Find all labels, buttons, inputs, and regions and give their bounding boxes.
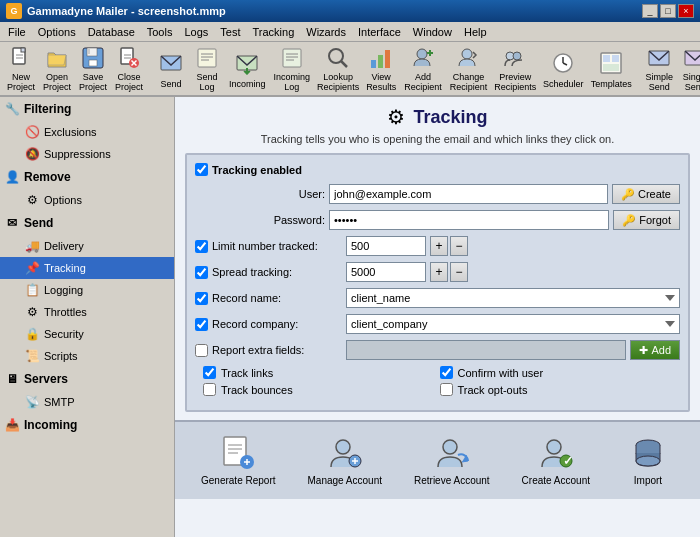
tracking-enabled-checkbox[interactable] xyxy=(195,163,208,176)
generate-report-button[interactable]: Generate Report xyxy=(192,430,285,491)
add-button[interactable]: ✚ Add xyxy=(630,340,680,360)
generate-report-label: Generate Report xyxy=(201,475,276,486)
track-links-checkbox[interactable] xyxy=(203,366,216,379)
delivery-label: Delivery xyxy=(44,240,84,252)
preview-recipients-label: Preview Recipients xyxy=(494,72,536,92)
record-name-checkbox[interactable] xyxy=(195,292,208,305)
send-section-label: Send xyxy=(24,216,53,230)
tracking-header-icon: ⚙ xyxy=(387,105,405,129)
record-company-row: Record company: client_company xyxy=(195,314,680,334)
templates-button[interactable]: Templates xyxy=(588,44,634,94)
spread-tracking-input[interactable] xyxy=(346,262,426,282)
send-button[interactable]: Send xyxy=(154,44,188,94)
tracking-label: Tracking xyxy=(44,262,86,274)
save-project-button[interactable]: Save Project xyxy=(76,44,110,94)
create-account-button[interactable]: ✓ Create Account xyxy=(513,430,599,491)
manage-account-button[interactable]: Manage Account xyxy=(299,430,392,491)
simple-send-button[interactable]: Simple Send xyxy=(642,44,676,94)
close-project-button[interactable]: Close Project xyxy=(112,44,146,94)
limit-tracked-checkbox[interactable] xyxy=(195,240,208,253)
record-company-select[interactable]: client_company xyxy=(346,314,680,334)
report-extra-row: Report extra fields: ✚ Add xyxy=(195,340,680,360)
menu-test[interactable]: Test xyxy=(214,24,246,40)
preview-recipients-button[interactable]: Preview Recipients xyxy=(492,44,538,94)
track-bounces-label: Track bounces xyxy=(221,384,293,396)
forgot-icon: 🔑 xyxy=(622,214,636,227)
throttles-icon: ⚙ xyxy=(24,304,40,320)
sidebar-item-logging[interactable]: 📋 Logging xyxy=(0,279,174,301)
close-button[interactable]: × xyxy=(678,4,694,18)
menu-logs[interactable]: Logs xyxy=(178,24,214,40)
sidebar-section-servers: 🖥 Servers xyxy=(0,367,174,391)
record-name-select[interactable]: client_name xyxy=(346,288,680,308)
svg-rect-41 xyxy=(612,55,619,62)
forgot-button[interactable]: 🔑 Forgot xyxy=(613,210,680,230)
remove-section-icon: 👤 xyxy=(4,169,20,185)
limit-tracked-label: Limit number tracked: xyxy=(212,240,342,252)
view-results-icon xyxy=(367,46,395,70)
sidebar-item-exclusions[interactable]: 🚫 Exclusions xyxy=(0,121,174,143)
confirm-user-checkbox[interactable] xyxy=(440,366,453,379)
change-recipient-label: Change Recipient xyxy=(450,72,488,92)
menu-tools[interactable]: Tools xyxy=(141,24,179,40)
menu-tracking[interactable]: Tracking xyxy=(246,24,300,40)
record-company-label: Record company: xyxy=(212,318,342,330)
menu-wizards[interactable]: Wizards xyxy=(300,24,352,40)
open-project-button[interactable]: Open Project xyxy=(40,44,74,94)
password-input[interactable] xyxy=(329,210,609,230)
record-company-checkbox[interactable] xyxy=(195,318,208,331)
track-optouts-checkbox[interactable] xyxy=(440,383,453,396)
single-send-button[interactable]: Single Send xyxy=(678,44,700,94)
sidebar-item-scripts[interactable]: 📜 Scripts xyxy=(0,345,174,367)
menu-database[interactable]: Database xyxy=(82,24,141,40)
sidebar-item-security[interactable]: 🔒 Security xyxy=(0,323,174,345)
sidebar-item-tracking[interactable]: 📌 Tracking xyxy=(0,257,174,279)
svg-rect-21 xyxy=(283,49,301,67)
sidebar-item-suppressions[interactable]: 🔕 Suppressions xyxy=(0,143,174,165)
menu-help[interactable]: Help xyxy=(458,24,493,40)
incoming-button[interactable]: Incoming xyxy=(226,44,269,94)
maximize-button[interactable]: □ xyxy=(660,4,676,18)
view-results-button[interactable]: View Results xyxy=(363,44,399,94)
add-recipient-button[interactable]: Add Recipient xyxy=(401,44,445,94)
spread-tracking-checkbox[interactable] xyxy=(195,266,208,279)
spread-minus-button[interactable]: − xyxy=(450,262,468,282)
user-input[interactable] xyxy=(329,184,608,204)
limit-minus-button[interactable]: − xyxy=(450,236,468,256)
import-button[interactable]: Import xyxy=(613,430,683,491)
menu-window[interactable]: Window xyxy=(407,24,458,40)
content-header: ⚙ Tracking xyxy=(175,97,700,133)
content-area: ⚙ Tracking Tracking tells you who is ope… xyxy=(175,97,700,537)
menu-interface[interactable]: Interface xyxy=(352,24,407,40)
svg-rect-29 xyxy=(385,50,390,68)
sidebar-item-smtp[interactable]: 📡 SMTP xyxy=(0,391,174,413)
scheduler-button[interactable]: Scheduler xyxy=(540,44,586,94)
sidebar-item-delivery[interactable]: 🚚 Delivery xyxy=(0,235,174,257)
sidebar-item-remove-options[interactable]: ⚙ Options xyxy=(0,189,174,211)
sidebar-item-throttles[interactable]: ⚙ Throttles xyxy=(0,301,174,323)
limit-plus-button[interactable]: + xyxy=(430,236,448,256)
svg-point-58 xyxy=(547,440,561,454)
track-bounces-checkbox[interactable] xyxy=(203,383,216,396)
toolbar: New Project Open Project Save Project Cl… xyxy=(0,42,700,97)
send-log-button[interactable]: Send Log xyxy=(190,44,224,94)
change-recipient-button[interactable]: Change Recipient xyxy=(447,44,491,94)
menu-file[interactable]: File xyxy=(2,24,32,40)
spread-plus-button[interactable]: + xyxy=(430,262,448,282)
limit-tracked-row: Limit number tracked: + − xyxy=(195,236,680,256)
create-button[interactable]: 🔑 Create xyxy=(612,184,680,204)
menu-options[interactable]: Options xyxy=(32,24,82,40)
report-extra-checkbox[interactable] xyxy=(195,344,208,357)
servers-section-label: Servers xyxy=(24,372,68,386)
svg-point-25 xyxy=(329,49,343,63)
limit-tracked-input[interactable] xyxy=(346,236,426,256)
extra-fields-input[interactable] xyxy=(346,340,626,360)
incoming-log-button[interactable]: Incoming Log xyxy=(271,44,314,94)
retrieve-account-button[interactable]: Retrieve Account xyxy=(405,430,499,491)
new-project-button[interactable]: New Project xyxy=(4,44,38,94)
smtp-icon: 📡 xyxy=(24,394,40,410)
minimize-button[interactable]: _ xyxy=(642,4,658,18)
incoming-label: Incoming xyxy=(229,79,266,89)
limit-plus-minus: + − xyxy=(430,236,468,256)
lookup-recipients-button[interactable]: Lookup Recipients xyxy=(315,44,361,94)
